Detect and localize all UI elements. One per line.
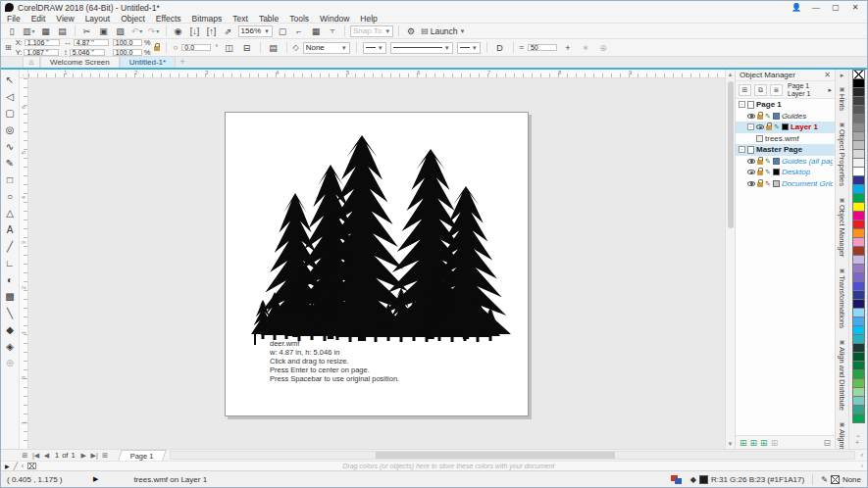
copy-button[interactable]: ▣ [97, 24, 111, 37]
save-button[interactable]: ▦ [39, 24, 53, 37]
vertical-ruler[interactable]: 65432101 [20, 78, 28, 449]
status-flyout-icon[interactable]: ▶ [93, 475, 98, 483]
menu-bitmaps[interactable]: Bitmaps [192, 14, 223, 24]
drop-shadow-tool[interactable]: ◐ [2, 271, 19, 288]
document-palette-scroll-left-icon[interactable]: ‹ [22, 463, 24, 469]
color-eyedropper-tool[interactable]: ╲ [2, 305, 19, 321]
menu-effects[interactable]: Effects [156, 14, 181, 24]
layer-row-trees-wmf[interactable]: trees.wmf [736, 133, 835, 145]
docker-collapse-icon[interactable]: ▸ [841, 72, 844, 79]
docker-flyout-icon[interactable]: ▸ [828, 86, 832, 94]
document-palette-scroll-right-icon[interactable]: › [861, 463, 863, 469]
docker-tab-align-and-distribute[interactable]: ▣Align and Distribute [838, 338, 846, 411]
wrap-text-button[interactable]: D [493, 41, 507, 54]
visibility-eye-icon[interactable] [747, 114, 755, 119]
parallel-dimension-tool[interactable]: ╱ [2, 238, 19, 255]
show-guidelines-button[interactable]: ⫟ [326, 24, 339, 37]
new-master-layer-all-pages-button[interactable]: ⊞ [750, 438, 758, 448]
lock-icon[interactable] [757, 115, 763, 120]
increase-steps-button[interactable]: + [561, 41, 575, 54]
menu-text[interactable]: Text [232, 14, 248, 24]
next-page-button[interactable]: ▶ [79, 452, 88, 460]
menu-edit[interactable]: Edit [31, 14, 46, 24]
docker-close-icon[interactable]: ✕ [824, 71, 831, 79]
layer-row-document-grid[interactable]: ✎Document Grid [736, 178, 835, 190]
layer-row-layer-1[interactable]: -✎Layer 1 [736, 122, 835, 133]
quick-customize-button[interactable]: ✶ [579, 41, 592, 54]
account-icon[interactable]: 👤 [789, 3, 804, 12]
menu-view[interactable]: View [56, 14, 74, 24]
outline-width-combo[interactable]: None▼ [303, 42, 350, 54]
document-palette-flyout-icon[interactable]: ▶ [5, 463, 10, 469]
add-page-end-button[interactable]: ⊞ [101, 452, 110, 460]
scale-x-field[interactable]: 100.0 [113, 39, 142, 47]
layer-row-guides[interactable]: ✎Guides [736, 111, 835, 122]
redo-button[interactable]: ↷▾ [147, 24, 161, 37]
add-property-button[interactable]: ⊕ [596, 41, 610, 54]
options-button[interactable]: ⚙ [404, 24, 418, 37]
mirror-horizontal-button[interactable]: ◫ [223, 41, 236, 54]
scroll-up-icon[interactable]: ▲ [726, 70, 736, 79]
horizontal-scrollbar[interactable] [170, 451, 854, 460]
horizontal-ruler[interactable]: ⌞ 123456789 [20, 70, 725, 78]
previous-page-button[interactable]: ◀ [42, 452, 51, 460]
new-layer-button[interactable]: ⊞ [740, 438, 747, 448]
layer-color-swatch[interactable] [773, 113, 780, 120]
undo-button[interactable]: ↶▾ [130, 24, 144, 37]
expander-icon[interactable]: - [739, 101, 745, 108]
shape-tool[interactable]: ◁ [2, 88, 19, 105]
interactive-fill-tool[interactable]: ◆ [2, 321, 19, 338]
connector-tool[interactable]: ∟ [2, 255, 19, 271]
pick-tool[interactable]: ↖ [2, 72, 19, 88]
layer-color-swatch[interactable] [773, 158, 780, 165]
line-style-combo[interactable]: ▼ [390, 42, 453, 54]
edit-pencil-icon[interactable]: ✎ [765, 158, 771, 165]
zoom-tool[interactable]: ◎ [2, 122, 19, 138]
outline-color-swatch[interactable] [831, 475, 840, 484]
home-tab[interactable]: ⌂ [23, 56, 40, 68]
object-properties-button[interactable]: ▤ [267, 41, 281, 54]
horizontal-scroll-thumb[interactable] [376, 452, 615, 459]
ruler-origin-button[interactable]: ⌞ [20, 70, 28, 78]
new-document-tab-button[interactable]: + [176, 56, 189, 68]
edit-pencil-icon[interactable]: ✎ [765, 113, 771, 120]
minimize-button[interactable]: — [808, 3, 824, 12]
lock-icon[interactable] [757, 171, 763, 175]
edit-across-layers-button[interactable]: ⧉ [754, 84, 767, 96]
show-object-properties-button[interactable]: ⊞ [739, 84, 751, 96]
edit-pencil-icon[interactable]: ✎ [765, 180, 771, 187]
blend-steps-field[interactable]: 50 [528, 44, 557, 52]
edit-pencil-icon[interactable]: ✎ [774, 123, 780, 130]
layer-row-desktop[interactable]: ✎Desktop [736, 167, 835, 178]
lock-icon[interactable] [757, 182, 763, 187]
crop-tool[interactable]: ▢ [2, 105, 19, 122]
object-x-field[interactable]: 1.106 " [25, 39, 60, 47]
customize-toolbox-button[interactable]: ⊕ [2, 355, 19, 371]
new-document-button[interactable]: ▯ [5, 24, 19, 37]
docker-tab-object-manager[interactable]: ▣Object Manager [838, 196, 846, 257]
scroll-down-icon[interactable]: ▼ [726, 439, 736, 449]
horizontal-ruler-scale[interactable]: 123456789 [28, 70, 725, 78]
docker-tab-object-properties[interactable]: ▣Object Properties [838, 121, 846, 186]
show-grid-button[interactable]: ▦ [309, 24, 323, 37]
menu-layout[interactable]: Layout [85, 14, 111, 24]
visibility-eye-icon[interactable] [756, 124, 764, 129]
freehand-tool[interactable]: ∿ [2, 138, 19, 155]
show-rulers-button[interactable]: ⌐ [292, 24, 306, 37]
text-tool[interactable]: A [2, 221, 19, 238]
vertical-scrollbar[interactable]: ▲ ▼ [725, 70, 735, 449]
start-arrowhead-combo[interactable]: ▼ [363, 42, 386, 54]
expander-icon[interactable]: - [747, 123, 754, 130]
docker-tab-transformations[interactable]: ▣Transformations [838, 267, 846, 328]
document-tab-untitled-1-[interactable]: Untitled-1* [120, 56, 176, 68]
menu-object[interactable]: Object [121, 14, 145, 24]
menu-tools[interactable]: Tools [289, 14, 309, 24]
end-arrowhead-combo[interactable]: ▼ [457, 42, 481, 54]
lock-icon[interactable] [766, 125, 772, 130]
layer-manager-view-button[interactable]: ≣ [770, 84, 783, 96]
cut-button[interactable]: ✂ [80, 24, 94, 37]
publish-pdf-button[interactable]: ⇗ [222, 24, 235, 37]
fullscreen-preview-button[interactable]: ▢ [276, 24, 289, 37]
export-button[interactable]: [↑] [205, 24, 219, 37]
new-master-layer-odd-pages-button[interactable]: ⊞ [760, 438, 768, 448]
